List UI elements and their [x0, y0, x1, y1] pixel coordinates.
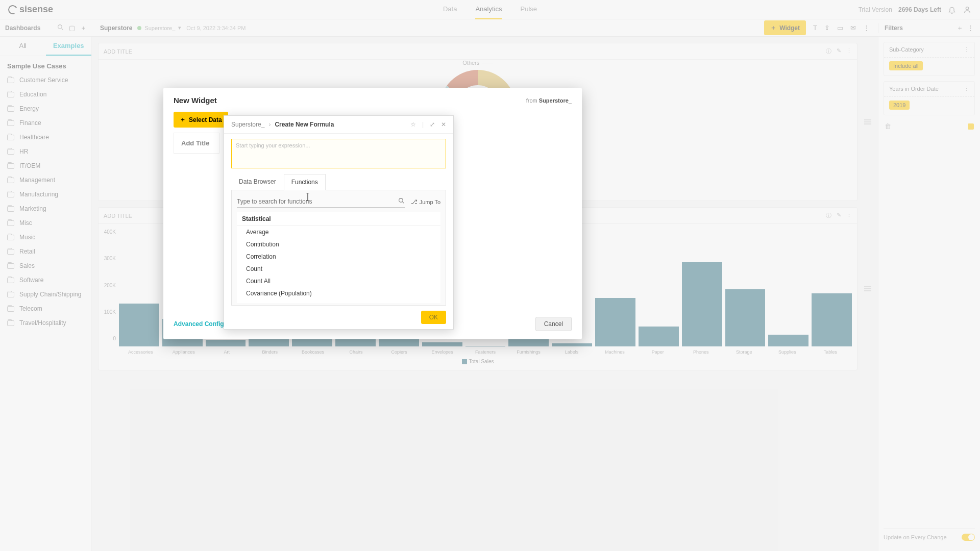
select-data-button[interactable]: ＋Select Data [174, 112, 228, 128]
jump-to-button[interactable]: ⎇Jump To [411, 198, 440, 205]
breadcrumb-current: Create New Formula [275, 121, 334, 128]
plus-icon: ＋ [180, 115, 186, 124]
formula-editor: Superstore_ › Create New Formula ☆ | ⤢ ✕… [224, 115, 454, 330]
modal-title: New Widget [174, 96, 217, 105]
text-cursor [305, 193, 306, 200]
function-item[interactable]: Correlation [237, 251, 440, 263]
star-icon[interactable]: ☆ [410, 121, 416, 128]
select-data-label: Select Data [189, 116, 222, 123]
cancel-button[interactable]: Cancel [535, 317, 572, 331]
function-item[interactable]: Covariance (Sample) [237, 299, 440, 303]
function-item[interactable]: Average [237, 226, 440, 238]
function-category: Statistical [237, 212, 440, 226]
function-item[interactable]: Covariance (Population) [237, 287, 440, 299]
expression-input[interactable]: Start typing your expression... [231, 139, 446, 168]
widget-title-input[interactable]: Add Title [174, 133, 219, 154]
svg-point-2 [399, 198, 403, 203]
function-item[interactable]: Count All [237, 275, 440, 287]
search-icon [398, 197, 405, 206]
function-list: Statistical AverageContributionCorrelati… [237, 212, 440, 303]
function-item[interactable]: Contribution [237, 238, 440, 251]
function-search[interactable] [237, 195, 405, 208]
anchor-icon: ⎇ [411, 198, 418, 205]
expand-icon[interactable]: ⤢ [430, 121, 435, 128]
ok-button[interactable]: OK [421, 311, 446, 324]
breadcrumb[interactable]: Superstore_ [231, 121, 264, 128]
function-item[interactable]: Count [237, 263, 440, 275]
advanced-config-link[interactable]: Advanced Configur [174, 320, 230, 328]
chevron-right-icon: › [268, 121, 271, 128]
close-icon[interactable]: ✕ [441, 121, 446, 128]
search-input[interactable] [237, 198, 398, 205]
tab-functions[interactable]: Functions [284, 174, 326, 190]
tab-data-browser[interactable]: Data Browser [231, 173, 284, 190]
modal-source: Superstore_ [539, 97, 572, 104]
